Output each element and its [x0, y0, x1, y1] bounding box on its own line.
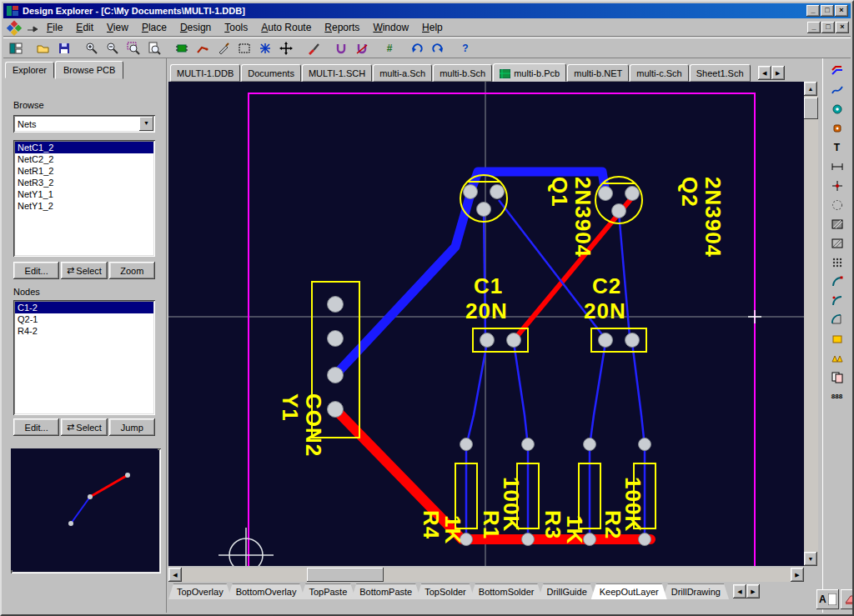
- net-list-item[interactable]: NetY1_2: [15, 200, 153, 212]
- node-list-item[interactable]: C1-2: [15, 302, 153, 313]
- menu-view[interactable]: View: [100, 19, 135, 36]
- vertical-scrollbar[interactable]: ▲ ▼: [804, 82, 818, 566]
- place-fill-hatched-button[interactable]: [826, 215, 848, 233]
- child-minimize-button[interactable]: _: [807, 22, 821, 33]
- doc-tab-multic[interactable]: multi-c.Sch: [630, 64, 688, 82]
- drc-markers-button[interactable]: [304, 39, 324, 58]
- layer-tab-keepoutlayer[interactable]: KeepOutLayer: [591, 583, 667, 599]
- layer-tab-drilldrawing[interactable]: DrillDrawing: [663, 583, 729, 599]
- net-select-button[interactable]: ⇄Select: [61, 262, 107, 279]
- zoom-all-button[interactable]: [144, 39, 164, 58]
- place-dimension-button[interactable]: [826, 158, 848, 175]
- scroll-up-button[interactable]: ▲: [804, 82, 817, 96]
- node-edit-button[interactable]: Edit...: [13, 418, 59, 436]
- menu-window[interactable]: Window: [366, 19, 415, 36]
- place-fill-button[interactable]: [826, 330, 848, 348]
- netlist-load-button[interactable]: [331, 39, 351, 58]
- net-edit-button[interactable]: Edit...: [13, 262, 59, 279]
- combo-arrow-icon[interactable]: ▼: [139, 117, 153, 131]
- help-button[interactable]: ?: [455, 39, 475, 58]
- knife-tool-button[interactable]: [214, 39, 234, 58]
- net-list-item[interactable]: NetY1_1: [15, 188, 153, 200]
- zoom-in-button[interactable]: [82, 39, 102, 58]
- app-logo-icon[interactable]: [5, 19, 23, 36]
- net-list-item[interactable]: NetC2_2: [15, 153, 153, 165]
- child-restore-button[interactable]: □: [821, 22, 835, 33]
- doc-tab-sheet1[interactable]: Sheet1.Sch: [690, 64, 751, 82]
- arc-angle-button[interactable]: [826, 311, 848, 328]
- highlight-net-button[interactable]: [255, 39, 275, 58]
- nets-listbox[interactable]: NetC1_2 NetC2_2 NetR1_2 NetR3_2 NetY1_1 …: [13, 140, 155, 257]
- node-jump-button[interactable]: Jump: [109, 418, 155, 436]
- menu-reports[interactable]: Reports: [318, 19, 366, 36]
- arc-center-button[interactable]: [826, 292, 848, 309]
- layer-tab-bottompaste[interactable]: BottomPaste: [351, 583, 420, 599]
- layer-tab-drillguide[interactable]: DrillGuide: [538, 583, 595, 599]
- menu-tools[interactable]: Tools: [218, 19, 254, 36]
- grid-toggle-button[interactable]: #: [379, 39, 399, 58]
- child-close-button[interactable]: ×: [836, 22, 849, 33]
- menu-design[interactable]: Design: [173, 19, 218, 36]
- menu-help[interactable]: Help: [415, 19, 450, 36]
- node-select-button[interactable]: ⇄Select: [61, 418, 107, 436]
- net-preview-pane[interactable]: [11, 448, 161, 573]
- minimize-button[interactable]: _: [806, 5, 820, 17]
- title-bar[interactable]: Design Explorer - [C:\My Documents\MULTI…: [3, 3, 851, 18]
- node-list-item[interactable]: Q2-1: [15, 313, 153, 325]
- doc-tab-multi1ddb[interactable]: MULTI-1.DDB: [170, 64, 240, 82]
- polygon-pour-button[interactable]: [826, 349, 848, 367]
- move-object-button[interactable]: [276, 39, 296, 58]
- tab-browse-pcb[interactable]: Browse PCB: [55, 61, 123, 79]
- interactive-route-button[interactable]: [826, 62, 848, 79]
- spline-track-button[interactable]: [826, 81, 848, 98]
- place-via-button[interactable]: [826, 100, 848, 118]
- maximize-button[interactable]: □: [821, 5, 834, 17]
- pcb-editor-canvas[interactable]: Q1 2N3904 Q2 2N3904 C1 20N C2 20N Y1 CON…: [168, 82, 804, 566]
- net-list-item[interactable]: NetR3_2: [15, 177, 153, 188]
- layer-tab-toppaste[interactable]: TopPaste: [300, 583, 355, 599]
- layer-tab-topoverlay[interactable]: TopOverlay: [168, 583, 232, 599]
- browse-mode-combobox[interactable]: Nets ▼: [13, 115, 155, 133]
- layer-tab-bottomsolder[interactable]: BottomSolder: [470, 583, 543, 599]
- place-pad-button[interactable]: [826, 119, 848, 137]
- eraser-button[interactable]: [841, 589, 854, 609]
- menu-place[interactable]: Place: [135, 19, 173, 36]
- netlist-clear-button[interactable]: [352, 39, 372, 58]
- vertical-scroll-thumb[interactable]: [804, 98, 818, 119]
- component-array-button[interactable]: 888: [826, 388, 848, 405]
- zoom-window-button[interactable]: [123, 39, 143, 58]
- undo-button[interactable]: [407, 39, 427, 58]
- open-document-button[interactable]: [33, 39, 53, 58]
- zoom-out-button[interactable]: [103, 39, 123, 58]
- horizontal-scrollbar[interactable]: ◀ ▶: [168, 568, 804, 582]
- design-manager-button[interactable]: [6, 39, 26, 58]
- menu-file[interactable]: File: [40, 19, 69, 36]
- doc-tab-multib-pcb[interactable]: multi-b.Pcb: [493, 63, 566, 82]
- doc-tabs-scroll-left-button[interactable]: ◀: [758, 66, 771, 80]
- annotation-toggle-button[interactable]: A: [816, 589, 839, 609]
- layer-tab-topsolder[interactable]: TopSolder: [416, 583, 475, 599]
- place-polygon-plane-button[interactable]: [826, 234, 848, 252]
- paste-array-grid-button[interactable]: [826, 253, 848, 271]
- layer-tabs-scroll-right-button[interactable]: ▶: [746, 584, 760, 598]
- doc-tab-multib-net[interactable]: multi-b.NET: [567, 64, 629, 82]
- node-list-item[interactable]: R4-2: [15, 325, 153, 337]
- redo-button[interactable]: [428, 39, 448, 58]
- tab-explorer[interactable]: Explorer: [5, 62, 54, 78]
- select-area-button[interactable]: [234, 39, 254, 58]
- doc-tabs-scroll-right-button[interactable]: ▶: [771, 66, 785, 80]
- scroll-right-button[interactable]: ▶: [791, 568, 804, 582]
- paste-special-button[interactable]: [826, 368, 848, 386]
- place-coordinate-button[interactable]: [826, 177, 848, 194]
- wire-tool-button[interactable]: [193, 39, 213, 58]
- place-room-button[interactable]: [826, 196, 848, 213]
- nodes-listbox[interactable]: C1-2 Q2-1 R4-2: [13, 300, 155, 415]
- place-string-button[interactable]: T: [826, 138, 848, 156]
- arc-edge-button[interactable]: [826, 273, 848, 290]
- net-list-item[interactable]: NetR1_2: [15, 165, 153, 177]
- save-document-button[interactable]: [54, 39, 74, 58]
- layer-tabs-scroll-left-button[interactable]: ◀: [733, 584, 746, 598]
- doc-tab-multi1sch[interactable]: MULTI-1.SCH: [302, 64, 372, 82]
- scroll-left-button[interactable]: ◀: [168, 568, 182, 582]
- menu-autoroute[interactable]: Auto Route: [254, 19, 318, 36]
